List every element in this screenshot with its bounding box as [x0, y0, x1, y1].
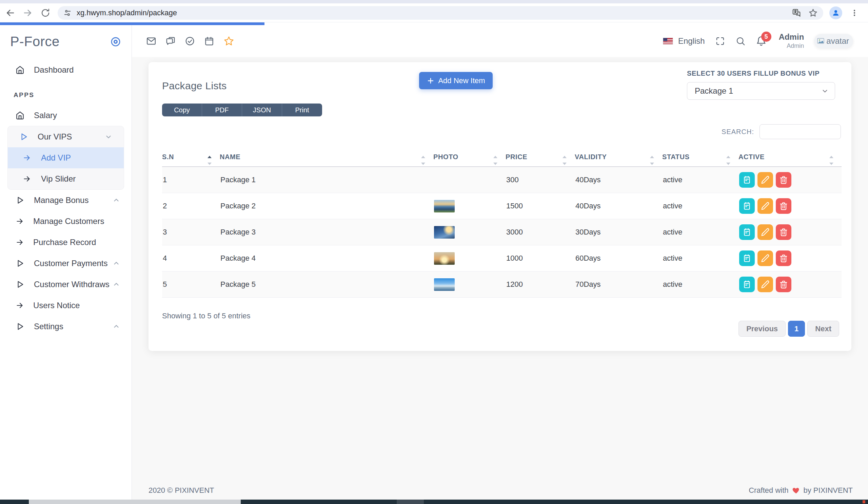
fullscreen-icon[interactable] — [715, 36, 725, 46]
clipboard-icon — [743, 228, 751, 236]
translate-icon[interactable] — [792, 9, 801, 17]
edit-button[interactable] — [757, 276, 773, 292]
edit-button[interactable] — [757, 198, 773, 214]
cell-validity: 40Days — [575, 193, 662, 219]
play-icon — [16, 322, 24, 331]
site-info-icon[interactable] — [63, 9, 72, 17]
sidebar-item-dashboard[interactable]: Dashboard — [0, 59, 132, 80]
json-button[interactable]: JSON — [242, 103, 282, 117]
packages-table: S.N NAME PHOTO PRICE VALIDITY STATUS ACT… — [162, 152, 841, 298]
column-header-status[interactable]: STATUS — [662, 152, 738, 167]
column-header-validity[interactable]: VALIDITY — [575, 152, 662, 167]
mail-icon[interactable] — [146, 36, 156, 46]
bonus-vip-select-block: SELECT 30 USERS FILLUP BONUS VIP Package… — [687, 70, 835, 100]
sidebar-item-salary[interactable]: Salary — [0, 105, 132, 126]
delete-button[interactable] — [776, 276, 792, 292]
edit-button[interactable] — [757, 251, 773, 266]
notifications-bell[interactable]: 5 — [756, 36, 767, 47]
cell-price: 1000 — [506, 245, 575, 272]
search-input[interactable] — [760, 124, 841, 139]
delete-button[interactable] — [776, 198, 792, 214]
table-row: 1 Package 1 300 40Days active — [162, 167, 841, 193]
arrow-right-icon — [16, 217, 24, 225]
delete-button[interactable] — [776, 224, 792, 240]
previous-page-button[interactable]: Previous — [738, 321, 786, 337]
table-row: 4 Package 4 1000 60Days active — [162, 245, 841, 272]
delete-button[interactable] — [776, 172, 792, 188]
cell-name: Package 4 — [220, 245, 433, 272]
taskbar-segment — [397, 500, 424, 504]
horizontal-scrollbar-thumb[interactable] — [29, 500, 241, 504]
column-header-photo[interactable]: PHOTO — [433, 152, 506, 167]
print-button[interactable]: Print — [282, 103, 322, 117]
arrow-right-icon — [16, 301, 24, 310]
next-page-button[interactable]: Next — [807, 321, 839, 337]
back-icon[interactable] — [3, 6, 18, 20]
column-header-active[interactable]: ACTIVE — [738, 152, 841, 167]
chat-icon[interactable] — [165, 36, 176, 46]
table-body: 1 Package 1 300 40Days active 2 Package … — [162, 167, 841, 298]
add-new-item-button[interactable]: Add New Item — [419, 72, 493, 89]
search-icon[interactable] — [735, 36, 746, 46]
calendar-icon[interactable] — [204, 36, 214, 46]
sidebar-item-label: Manage Customers — [33, 216, 132, 226]
sidebar-item-label: Our VIPS — [38, 132, 105, 142]
sidebar-item-label: Salary — [34, 111, 132, 120]
sidebar-item-vip-slider[interactable]: Vip Slider — [8, 168, 124, 189]
cell-actions — [738, 219, 841, 245]
bookmark-star-icon[interactable] — [808, 8, 818, 18]
view-button[interactable] — [739, 251, 755, 266]
menu-collapse-icon[interactable] — [110, 36, 121, 48]
arrow-right-icon — [23, 154, 31, 162]
view-button[interactable] — [739, 172, 755, 188]
sidebar-item-label: Manage Bonus — [34, 195, 113, 205]
url-text[interactable]: xg.hwym.shop/admin/package — [76, 9, 792, 17]
copy-button[interactable]: Copy — [162, 103, 202, 117]
column-header-name[interactable]: NAME — [220, 152, 433, 167]
page-1-button[interactable]: 1 — [788, 321, 805, 337]
sidebar-item-manage-customers[interactable]: Manage Customers — [0, 211, 132, 232]
copyright-text: 2020 © PIXINVENT — [148, 486, 214, 495]
url-bar[interactable]: xg.hwym.shop/admin/package — [58, 6, 823, 20]
trash-icon — [779, 202, 788, 210]
edit-button[interactable] — [757, 224, 773, 240]
view-button[interactable] — [739, 276, 755, 292]
cell-photo — [433, 193, 506, 219]
browser-tabstrip — [0, 0, 868, 3]
sidebar-item-purchase-record[interactable]: Purchase Record — [0, 232, 132, 253]
language-label[interactable]: English — [678, 36, 705, 46]
sidebar-item-users-notice[interactable]: Users Notice — [0, 295, 132, 316]
delete-button[interactable] — [776, 251, 792, 266]
forward-icon[interactable] — [20, 6, 35, 20]
sidebar-item-add-vip[interactable]: Add VIP — [8, 147, 124, 168]
us-flag-icon[interactable] — [663, 38, 673, 44]
brand-logo[interactable]: P-Force — [10, 34, 60, 49]
column-header-price[interactable]: PRICE — [506, 152, 575, 167]
avatar[interactable]: avatar — [814, 34, 853, 48]
clipboard-icon — [743, 280, 751, 289]
check-circle-icon[interactable] — [185, 36, 195, 46]
sidebar-item-customer-withdraws[interactable]: Customer Withdraws — [0, 274, 132, 295]
sidebar-item-settings[interactable]: Settings — [0, 316, 132, 337]
content: Package Lists Add New Item SELECT 30 USE… — [132, 57, 868, 500]
cell-actions — [738, 167, 841, 193]
view-button[interactable] — [739, 198, 755, 214]
column-header-sn[interactable]: S.N — [162, 152, 220, 167]
bonus-vip-select[interactable]: Package 1 — [687, 82, 835, 100]
star-icon[interactable] — [224, 36, 234, 47]
cell-status: active — [662, 193, 738, 219]
browser-profile-icon[interactable] — [829, 7, 842, 19]
pdf-button[interactable]: PDF — [202, 103, 242, 117]
sort-icons — [493, 156, 497, 165]
table-row: 2 Package 2 1500 40Days active — [162, 193, 841, 219]
sidebar-item-label: Vip Slider — [41, 174, 76, 184]
edit-button[interactable] — [757, 172, 773, 188]
reload-icon[interactable] — [38, 6, 53, 20]
sidebar-item-our-vips[interactable]: Our VIPS — [8, 126, 124, 147]
browser-toolbar: xg.hwym.shop/admin/package — [0, 3, 868, 22]
sidebar-item-customer-payments[interactable]: Customer Payments — [0, 253, 132, 274]
user-info[interactable]: Admin Admin — [779, 33, 804, 49]
sidebar-item-manage-bonus[interactable]: Manage Bonus — [0, 190, 132, 211]
view-button[interactable] — [739, 224, 755, 240]
browser-menu-icon[interactable] — [847, 6, 862, 20]
